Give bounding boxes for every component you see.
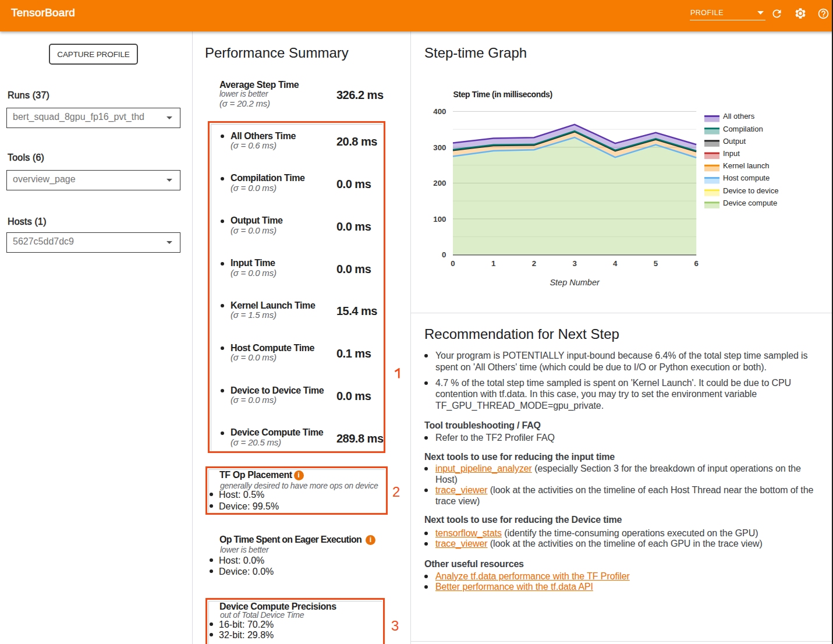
svg-text:1: 1 [491,259,496,268]
svg-text:Output: Output [723,137,746,146]
svg-text:100: 100 [433,215,446,224]
svg-text:400: 400 [433,107,446,116]
svg-text:4: 4 [613,259,618,268]
svg-text:Step Time (in milliseconds): Step Time (in milliseconds) [453,90,552,99]
svg-text:3: 3 [572,259,576,268]
svg-text:6: 6 [694,259,698,268]
svg-text:0: 0 [442,250,446,259]
svg-text:Device compute: Device compute [723,199,777,207]
svg-text:Host compute: Host compute [723,174,770,182]
svg-text:2: 2 [532,259,536,268]
svg-text:200: 200 [433,179,446,187]
svg-text:Device to device: Device to device [723,186,778,195]
svg-text:Input: Input [723,149,740,158]
svg-text:All others: All others [723,112,755,121]
svg-text:Step Number: Step Number [550,278,600,287]
svg-text:Compilation: Compilation [723,125,763,133]
svg-text:Kernel launch: Kernel launch [723,161,770,170]
svg-text:5: 5 [654,259,658,268]
svg-text:0: 0 [451,259,455,268]
svg-text:300: 300 [433,143,446,152]
